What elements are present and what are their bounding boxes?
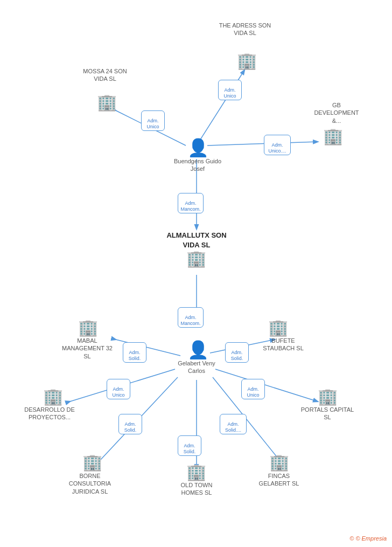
- bufete-label: BUFETE STAUBACH SL: [256, 337, 310, 352]
- borne-icon: 🏢: [82, 453, 102, 472]
- badge-gelabert-oldtown: Adm. Solid.: [178, 435, 201, 456]
- mossa24-label: MOSSA 24 SON VIDA SL: [81, 67, 129, 83]
- almallutx-icon: 🏢: [186, 249, 206, 268]
- portals-icon: 🏢: [318, 387, 338, 406]
- buendgens-icon: 👤: [187, 137, 209, 158]
- badge-gelabert-borne: Adm. Solid.: [118, 414, 142, 434]
- badge-buendgens-gb: Adm. Unico....: [264, 135, 291, 155]
- badge-buendgens-mossa: Adm. Unico: [141, 110, 165, 131]
- mabal-label: MABAL MANAGEMENT 32 SL: [60, 337, 114, 360]
- badge-almallutx-gelabert: Adm. Mancom.: [178, 307, 204, 328]
- fincas-label: FINCAS GELABERT SL: [252, 472, 306, 488]
- gb-dev-label: GB DEVELOPMENT &...: [310, 101, 363, 124]
- desarrollo-label: DESARROLLO DE PROYECTOS...: [23, 406, 76, 421]
- old-town-icon: 🏢: [186, 462, 206, 481]
- mossa24-icon: 🏢: [97, 93, 117, 112]
- badge-gelabert-portals: Adm. Unico: [241, 379, 265, 399]
- the-adress-icon: 🏢: [237, 51, 257, 70]
- svg-line-2: [207, 142, 318, 146]
- portals-label: PORTALS CAPITAL SL: [300, 406, 354, 421]
- desarrollo-icon: 🏢: [43, 387, 63, 406]
- svg-line-10: [215, 369, 318, 401]
- badge-gelabert-mabal: Adm. Solid.: [123, 342, 146, 363]
- gelabert-icon: 👤: [187, 340, 209, 360]
- badge-gelabert-desarrollo: Adm. Unico: [107, 379, 130, 399]
- the-adress-label: THE ADRESS SON VIDA SL: [218, 22, 272, 37]
- gb-dev-icon: 🏢: [323, 127, 343, 146]
- diagram: 🏢 THE ADRESS SON VIDA SL Adm. Unico 🏢 MO…: [0, 0, 392, 547]
- badge-gelabert-fincas: Adm. Solid....: [220, 414, 247, 434]
- almallutx-label: ALMALLUTX SON VIDA SL: [159, 231, 234, 250]
- fincas-icon: 🏢: [269, 453, 289, 472]
- badge-buendgens-almallutx: Adm. Mancom.: [178, 193, 204, 213]
- badge-gelabert-bufete: Adm. Solid.: [225, 342, 249, 363]
- watermark: © © Empresia: [349, 535, 387, 542]
- gelabert-label: Gelabert Veny Carlos: [172, 359, 221, 375]
- bufete-icon: 🏢: [268, 318, 288, 337]
- borne-label: BORNE CONSULTORIA JURIDICA SL: [60, 472, 120, 495]
- mabal-icon: 🏢: [78, 318, 98, 337]
- buendgens-label: Buendgens Guido Josef: [173, 157, 222, 173]
- old-town-label: OLD TOWN HOMES SL: [170, 481, 223, 497]
- badge-buendgens-adress: Adm. Unico: [218, 80, 242, 100]
